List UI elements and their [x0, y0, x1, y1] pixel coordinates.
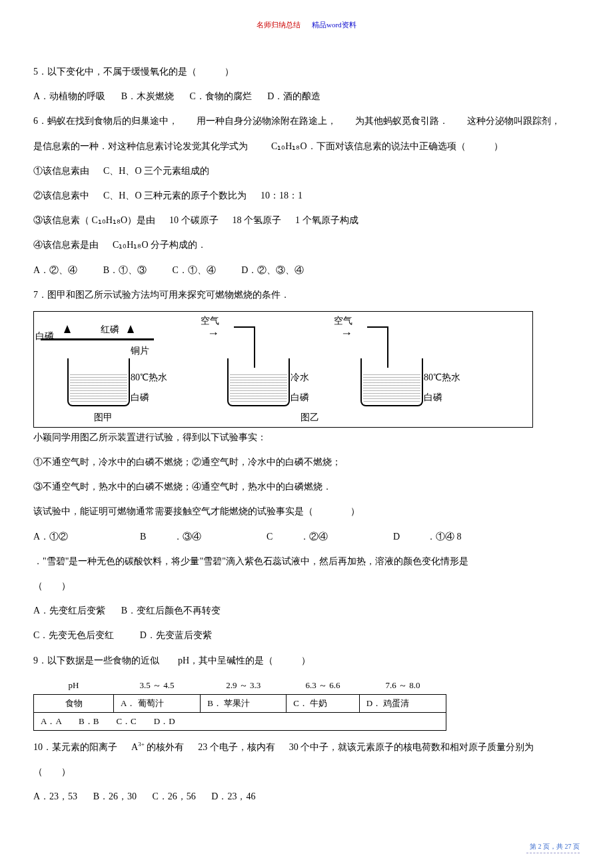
- q6-stem-2b: C₁₀H₁₈O．下面对该信息素的说法中正确选项（ ）: [271, 141, 503, 151]
- q9-food-b: B． 苹果汁: [201, 694, 287, 712]
- q6-s4a: ④该信息素是由: [33, 240, 99, 250]
- q9-ph-b: 2.9 ～ 3.3: [201, 677, 287, 695]
- q10-opt-a: A．23，53: [33, 788, 77, 805]
- q8-opts-row1: A．先变红后变紫 B．变红后颜色不再转变: [33, 602, 580, 619]
- q5-opt-b: B．木炭燃烧: [121, 88, 174, 105]
- fig-label-bailin-4: 白磷: [424, 392, 442, 404]
- q6-s2a: ②该信息素中: [33, 191, 89, 201]
- fig-label-bailin-1: 白磷: [35, 330, 54, 342]
- fig-label-tuyi: 图乙: [301, 412, 319, 424]
- q7-stem: 7．图甲和图乙所示试验方法均可用来探究可燃物燃烧的条件．: [33, 286, 580, 303]
- q9-ph-h: pH: [34, 677, 114, 695]
- fig-plate: [41, 338, 154, 340]
- q10-stem-1c: 的核外有: [147, 742, 184, 752]
- fig-label-bailin-3: 白磷: [291, 392, 309, 404]
- q6-s2b: C、H、O 三种元素的原子个数比为: [103, 191, 247, 201]
- fig-label-kongqi-2: 空气: [334, 315, 352, 327]
- q6-s3a: ③该信息素（: [33, 215, 89, 225]
- q6-opt-c: C．①、④: [172, 262, 215, 278]
- q6-s3b: C₁₀H₁₈O）是由: [92, 215, 156, 225]
- q10-paren: （ ）: [33, 763, 580, 780]
- q6-options: A．②、④ B．①、③ C．①、④ D．②、③、④: [33, 262, 580, 278]
- q10-opt-b: B．26，30: [93, 788, 137, 805]
- q9-food-h: 食物: [34, 694, 114, 712]
- q8-opt-a: A．先变红后变紫: [33, 602, 105, 619]
- q9-food-d: D． 鸡蛋清: [359, 694, 446, 712]
- q10-stem-1a: 10．某元素的阳离子: [33, 742, 117, 752]
- q7-figure: 红磷 白磷 铜片 80℃热水 白磷 图甲 空气 → 冷水 白磷 空气 → 80℃…: [33, 311, 533, 428]
- q7-opt-a: A．①②: [33, 528, 140, 545]
- q6-opt-d: D．②、③、④: [241, 262, 304, 278]
- q5-opt-c: C．食物的腐烂: [189, 88, 251, 105]
- q5-opt-a: A．动植物的呼吸: [33, 88, 105, 105]
- q9-stem: 9．以下数据是一些食物的近似 pH，其中呈碱性的是（ ）: [33, 652, 580, 669]
- q9-food-c: C． 牛奶: [287, 694, 359, 712]
- fig-arrow-1: →: [207, 326, 219, 340]
- q6-s2c: 10：18：1: [261, 191, 303, 201]
- q7-post-2: ①不通空气时，冷水中的白磷不燃烧；②通空气时，冷水中的白磷不燃烧；: [33, 454, 580, 470]
- q6-s4b: C₁₀H₁₈O 分子构成的．: [113, 240, 207, 250]
- q6-s1a: ①该信息素由: [33, 166, 89, 176]
- fig-beaker-1: [67, 358, 130, 406]
- fig-label-reshui-2: 80℃热水: [424, 372, 460, 384]
- header-blue: 精品word资料: [312, 21, 356, 29]
- page-footer: 第 2 页，共 27 页: [526, 842, 580, 855]
- q6-s1b: C、H、O 三个元素组成的: [103, 166, 209, 176]
- fig-label-reshui-1: 80℃热水: [131, 372, 167, 384]
- q6-s3c: 10 个碳原子: [169, 215, 219, 225]
- q6-opt-b: B．①、③: [103, 262, 147, 278]
- q8-paren: （ ）: [33, 578, 580, 594]
- q7-post-1: 小颖同学用图乙所示装置进行试验，得到以下试验事实：: [33, 429, 580, 446]
- q9-food-a: A． 葡萄汁: [114, 694, 201, 712]
- q8-stem: ．"雪碧"是一种无色的碳酸饮料，将少量"雪碧"滴入紫色石蕊试液中，然后再加热，溶…: [33, 553, 580, 570]
- q6-s3: ③该信息素（ C₁₀H₁₈O）是由 10 个碳原子 18 个氢原子 1 个氧原子…: [33, 212, 580, 228]
- q6-s3d: 18 个氢原子: [233, 215, 282, 225]
- fig-arrow-2: →: [340, 326, 352, 340]
- q10-sup: 3+: [138, 741, 145, 747]
- page-header: 名师归纳总结 精品word资料: [33, 20, 580, 30]
- table-row: A．A B．B C．C D．D: [34, 712, 446, 730]
- q6-s3e: 1 个氧原子构成: [295, 215, 358, 225]
- q8-opt-d: D．先变蓝后变紫: [140, 627, 212, 644]
- q5-stem: 5．以下变化中，不属于缓慢氧化的是（ ）: [33, 63, 580, 80]
- q6-stem-1: 6．蚂蚁在找到食物后的归巢途中， 用一种自身分泌物涂附在路途上， 为其他蚂蚁觅食…: [33, 113, 580, 129]
- q6-stem-2a: 是信息素的一种．对这种信息素讨论发觉其化学式为: [33, 141, 248, 151]
- q9-ph-c: 6.3 ～ 6.6: [287, 677, 359, 695]
- fig-label-tongpian: 铜片: [131, 345, 149, 357]
- q10-opt-c: C．26，56: [152, 788, 195, 805]
- q7-opt-d-letter: D: [393, 528, 426, 545]
- q8-opts-row2: C．先变无色后变红 D．先变蓝后变紫: [33, 627, 580, 644]
- fig-label-kongqi-1: 空气: [201, 315, 219, 327]
- q7-opt-c-val: ．②④: [300, 528, 393, 545]
- q10-stem-1e: 30 个中子，就该元素原子的核电荷数和相对原子质量分别为: [289, 742, 534, 752]
- q6-stem-2: 是信息素的一种．对这种信息素讨论发觉其化学式为 C₁₀H₁₈O．下面对该信息素的…: [33, 138, 580, 155]
- q6-s2: ②该信息素中 C、H、O 三种元素的原子个数比为 10：18：1: [33, 187, 580, 204]
- table-row: 食物 A． 葡萄汁 B． 苹果汁 C． 牛奶 D． 鸡蛋清: [34, 694, 446, 712]
- q10-options: A．23，53 B．26，30 C．26，56 D．23，46: [33, 788, 580, 805]
- q10-stem-1d: 23 个电子，核内有: [198, 742, 275, 752]
- q5-options: A．动植物的呼吸 B．木炭燃烧 C．食物的腐烂 D．酒的酿造: [33, 88, 580, 105]
- fig-label-tujia: 图甲: [94, 412, 113, 424]
- q6-s4: ④该信息素是由 C₁₀H₁₈O 分子构成的．: [33, 236, 580, 253]
- q7-post-4: 该试验中，能证明可燃物通常需要接触空气才能燃烧的试验事实是（ ）: [33, 503, 580, 520]
- footer-page: 第 2 页，共 27 页: [530, 843, 580, 850]
- q8-opt-b: B．变红后颜色不再转变: [121, 602, 221, 619]
- q10-stem: 10．某元素的阳离子 A3+ 的核外有 23 个电子，核内有 30 个中子，就该…: [33, 739, 580, 755]
- q8-opt-c: C．先变无色后变红: [33, 627, 114, 644]
- fig-beaker-3: [360, 358, 423, 406]
- q9-ph-d: 7.6 ～ 8.0: [359, 677, 446, 695]
- q9-ph-a: 3.5 ～ 4.5: [114, 677, 201, 695]
- fig-flame-right: [127, 325, 134, 333]
- q6-s1: ①该信息素由 C、H、O 三个元素组成的: [33, 163, 580, 179]
- q7-post-3: ③不通空气时，热水中的白磷不燃烧；④通空气时，热水中的白磷燃烧．: [33, 478, 580, 495]
- q6-opt-a: A．②、④: [33, 262, 77, 278]
- fig-label-bailin-2: 白磷: [131, 392, 149, 404]
- fig-beaker-2: [227, 358, 290, 406]
- table-row: pH 3.5 ～ 4.5 2.9 ～ 3.3 6.3 ～ 6.6 7.6 ～ 8…: [34, 677, 446, 695]
- q5-opt-d: D．酒的酿造: [267, 88, 320, 105]
- q10-stem-1b: A: [131, 742, 138, 752]
- q7-options: A．①② B ．③④ C ．②④ D ．①④ 8: [33, 528, 580, 545]
- q7-opt-d-val: ．①④ 8: [426, 528, 462, 545]
- fig-flame-left: [64, 325, 71, 333]
- q7-opt-b-letter: B: [140, 528, 173, 545]
